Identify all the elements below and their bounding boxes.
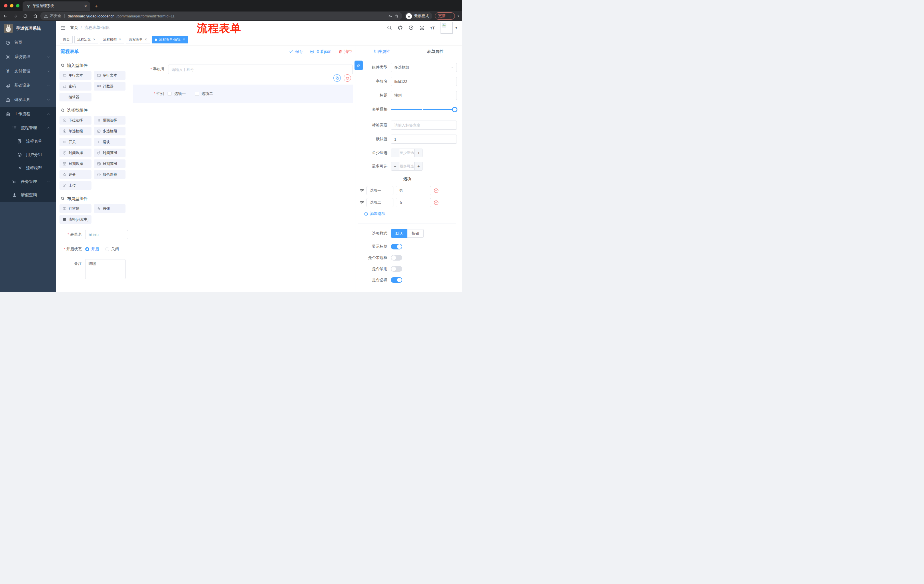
field-name-input[interactable] <box>391 77 457 86</box>
remove-option-icon[interactable] <box>433 200 439 206</box>
stepper-plus-button[interactable]: + <box>414 162 422 170</box>
form-grid-slider[interactable] <box>391 105 456 114</box>
avatar-caret-icon[interactable]: ▼ <box>455 26 458 30</box>
sidebar-item-流程表单[interactable]: 流程表单 <box>0 135 56 148</box>
sidebar-item-请假查询[interactable]: 请假查询 <box>0 188 56 202</box>
sidebar-item-用户分组[interactable]: 用户分组 <box>0 148 56 161</box>
sidebar-item-系统管理[interactable]: 系统管理 <box>0 50 56 64</box>
tag-close-icon[interactable]: ✕ <box>93 38 96 41</box>
sidebar-item-首页[interactable]: 首页 <box>0 35 56 50</box>
status-radio-关闭[interactable]: 关闭 <box>105 247 119 252</box>
sidebar-item-任务管理[interactable]: 任务管理 <box>0 175 56 188</box>
hamburger-icon[interactable] <box>60 25 66 31</box>
menu-dots-icon[interactable]: ⋮ <box>448 14 452 18</box>
palette-chip-多行文本[interactable]: 多行文本 <box>94 71 126 80</box>
sidebar-item-工作流程[interactable]: 工作流程 <box>0 107 56 121</box>
question-icon[interactable] <box>409 25 414 30</box>
drag-sliders-icon[interactable] <box>360 200 364 205</box>
palette-chip-时间选择[interactable]: 时间选择 <box>59 148 91 157</box>
tab-组件属性[interactable]: 组件属性 <box>355 45 409 58</box>
tag-流程表单-编辑[interactable]: 流程表单-编辑 ✕ <box>152 36 188 43</box>
palette-chip-多选框组[interactable]: 多选框组 <box>94 127 126 135</box>
sidebar-item-流程管理[interactable]: 流程管理 <box>0 121 56 135</box>
link-badge-button[interactable] <box>355 61 363 70</box>
delete-component-button[interactable] <box>344 74 351 82</box>
sidebar-logo-row[interactable]: 芋道管理系统 <box>0 21 56 35</box>
option-value-input[interactable] <box>396 198 431 207</box>
palette-chip-时间范围[interactable]: 时间范围 <box>94 148 126 157</box>
phone-input[interactable] <box>168 64 353 74</box>
tag-首页[interactable]: 首页 <box>60 36 73 43</box>
palette-chip-单选框组[interactable]: 单选框组 <box>59 127 91 135</box>
forward-icon[interactable] <box>13 14 18 18</box>
palette-chip-表格[开发中][interactable]: 表格[开发中] <box>59 215 91 224</box>
toggle-是否必填[interactable] <box>391 277 402 283</box>
key-icon[interactable] <box>388 14 393 18</box>
checkbox-icon[interactable] <box>195 92 199 96</box>
fullscreen-icon[interactable] <box>419 25 424 30</box>
component-type-select[interactable] <box>391 63 457 72</box>
style-choice-按钮[interactable]: 按钮 <box>408 229 424 238</box>
designer-action-查看json[interactable]: 查看json <box>310 49 332 54</box>
search-icon[interactable] <box>387 25 392 30</box>
palette-chip-计数器[interactable]: 123 计数器 <box>94 82 126 90</box>
traffic-lights[interactable] <box>4 4 20 7</box>
duplicate-component-button[interactable] <box>333 74 341 82</box>
sidebar-item-流程模型[interactable]: 流程模型 <box>0 161 56 175</box>
palette-chip-编辑器[interactable]: 编辑器 <box>59 93 91 102</box>
palette-chip-滑块[interactable]: 滑块 <box>94 138 126 146</box>
option-label-input[interactable] <box>366 186 393 195</box>
status-radio-开启[interactable]: 开启 <box>85 247 99 252</box>
label-width-input[interactable] <box>391 120 457 130</box>
toggle-是否带边框[interactable] <box>391 255 402 261</box>
tab-close-icon[interactable]: ✕ <box>84 4 87 8</box>
address-bar[interactable]: 不安全 dashboard.yudao.iocoder.cn/bpm/manag… <box>40 12 402 20</box>
palette-chip-评分[interactable]: 评分 <box>59 170 91 179</box>
palette-chip-单行文本[interactable]: 单行文本 <box>59 71 91 80</box>
stepper-minus-button[interactable]: − <box>391 149 399 157</box>
palette-chip-按钮[interactable]: 按钮 <box>94 204 126 213</box>
slider-handle[interactable] <box>452 107 457 112</box>
zoom-window-button[interactable] <box>16 4 20 7</box>
designer-action-保存[interactable]: 保存 <box>289 49 303 54</box>
checkbox-option-选项二[interactable]: 选项二 <box>195 91 213 96</box>
update-browser-button[interactable]: 更新 ⋮ <box>435 12 455 20</box>
home-icon[interactable] <box>33 14 38 18</box>
tag-流程定义[interactable]: 流程定义 ✕ <box>74 36 98 43</box>
palette-chip-日期选择[interactable]: 日期选择 <box>59 160 91 168</box>
new-tab-button[interactable]: + <box>95 3 98 11</box>
tag-close-icon[interactable]: ✕ <box>183 38 185 41</box>
palette-chip-开关[interactable]: 开关 <box>59 138 91 146</box>
palette-chip-级联选择[interactable]: 级联选择 <box>94 116 126 125</box>
tab-表单属性[interactable]: 表单属性 <box>409 45 462 58</box>
checkbox-icon[interactable] <box>168 92 172 96</box>
tag-流程模型[interactable]: 流程模型 ✕ <box>100 36 124 43</box>
breadcrumb-home[interactable]: 首页 <box>70 25 78 30</box>
title-input[interactable] <box>391 91 457 100</box>
fontsize-icon[interactable]: TT <box>430 25 435 30</box>
reload-icon[interactable] <box>23 14 28 18</box>
option-value-input[interactable] <box>396 186 431 195</box>
canvas-field-phone[interactable]: 手机号 <box>133 64 353 74</box>
palette-chip-颜色选择[interactable]: 颜色选择 <box>94 170 126 179</box>
sidebar-item-基础设施[interactable]: 基础设施 <box>0 78 56 92</box>
back-icon[interactable] <box>3 14 8 18</box>
toggle-是否禁用[interactable] <box>391 266 402 272</box>
security-label[interactable]: 不安全 <box>50 13 61 18</box>
bookmark-star-icon[interactable] <box>394 14 399 18</box>
remove-option-icon[interactable] <box>433 188 439 193</box>
stepper-plus-button[interactable]: + <box>414 149 422 157</box>
minimize-window-button[interactable] <box>10 4 13 7</box>
designer-action-清空[interactable]: 清空 <box>338 49 352 54</box>
drag-sliders-icon[interactable] <box>360 188 364 193</box>
palette-chip-密码[interactable]: 密码 <box>59 82 91 90</box>
canvas-field-gender-selected[interactable]: 性别 选项一选项二 <box>133 85 353 103</box>
checkbox-option-选项一[interactable]: 选项一 <box>168 91 186 96</box>
toggle-显示标签[interactable] <box>391 244 402 249</box>
sidebar-item-研发工具[interactable]: 研发工具 <box>0 92 56 107</box>
option-label-input[interactable] <box>366 198 393 207</box>
stepper-minus-button[interactable]: − <box>391 162 399 170</box>
browser-tab[interactable]: 芋道管理系统 ✕ <box>23 2 90 11</box>
palette-chip-行容器[interactable]: 行容器 <box>59 204 91 213</box>
sidebar-item-支付管理[interactable]: ¥ 支付管理 <box>0 64 56 78</box>
